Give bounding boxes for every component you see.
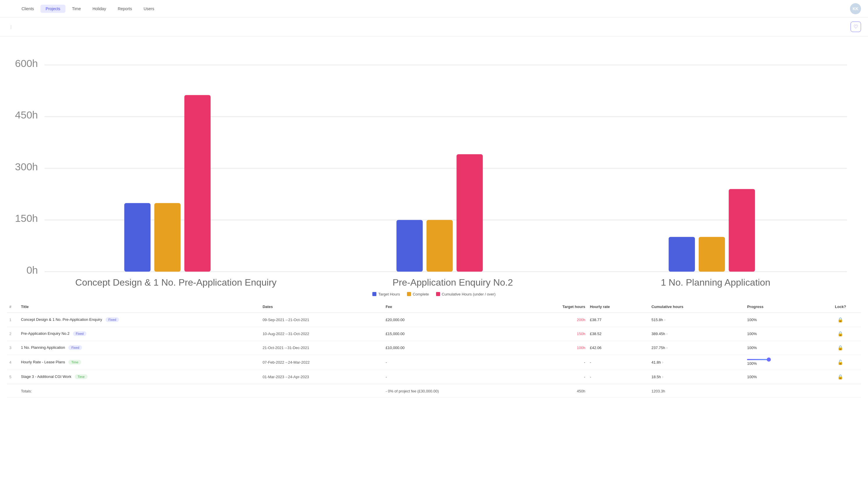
row-badge: Fixed xyxy=(105,317,119,322)
table-row: 3 1 No. Planning Application Fixed 21-Oc… xyxy=(7,341,861,355)
cum-value: 389.45h xyxy=(651,332,665,336)
row-target-hours: - xyxy=(519,355,588,370)
nav-link-time[interactable]: Time xyxy=(67,5,86,13)
subheader: | ♡ xyxy=(0,17,868,36)
th-dates: Dates xyxy=(260,301,383,313)
row-num: 2 xyxy=(7,327,18,341)
table-row: 5 Stage 3 - Additional CGI Work Time 01-… xyxy=(7,370,861,384)
chevron-icon[interactable]: › xyxy=(664,317,666,322)
cum-value: 515.8h xyxy=(651,318,663,322)
lock-closed-icon[interactable]: 🔒 xyxy=(838,374,843,379)
progress-value: 100% xyxy=(747,345,757,350)
legend-label-complete: Complete xyxy=(413,292,429,296)
row-title: Pre-Application Enquiry No.2 Fixed xyxy=(18,327,260,341)
th-progress: Progress xyxy=(745,301,820,313)
favorite-button[interactable]: ♡ xyxy=(851,22,861,32)
row-progress: 100% xyxy=(745,313,820,327)
chart-wrap: 0h 150h 300h 450h 600h Concept Design & … xyxy=(12,44,856,289)
svg-text:Pre-Application Enquiry No.2: Pre-Application Enquiry No.2 xyxy=(392,277,513,288)
row-badge: Time xyxy=(68,360,81,365)
legend-dot-target xyxy=(372,292,376,296)
avatar: KK xyxy=(850,3,861,14)
row-progress: 100% xyxy=(745,341,820,355)
legend-label-cumulative: Cumulative Hours (under / over) xyxy=(442,292,496,296)
row-lock[interactable]: 🔓 xyxy=(820,355,861,370)
legend-cumulative: Cumulative Hours (under / over) xyxy=(436,292,496,296)
nav-links: ClientsProjectsTimeHolidayReportsUsers xyxy=(16,5,846,13)
svg-rect-20 xyxy=(729,189,755,272)
lock-open-icon[interactable]: 🔓 xyxy=(838,360,843,365)
table-row: 1 Concept Design & 1 No. Pre-Application… xyxy=(7,313,861,327)
chevron-icon[interactable]: › xyxy=(662,360,664,365)
row-lock[interactable]: 🔒 xyxy=(820,313,861,327)
legend: Target Hours Complete Cumulative Hours (… xyxy=(12,289,856,301)
chevron-icon[interactable]: › xyxy=(666,331,668,336)
nav-link-clients[interactable]: Clients xyxy=(16,5,39,13)
th-fee: Fee xyxy=(383,301,519,313)
cum-value: 237.75h xyxy=(651,345,665,350)
row-hourly-rate: £38.77 xyxy=(588,313,649,327)
nav-right: KK xyxy=(846,3,861,14)
lock-closed-icon[interactable]: 🔒 xyxy=(838,331,843,336)
row-fee: - xyxy=(383,370,519,384)
svg-rect-14 xyxy=(397,220,423,272)
row-dates: 07-Feb-2022→24-Mar-2022 xyxy=(260,355,383,370)
row-badge: Time xyxy=(75,374,88,379)
svg-text:150h: 150h xyxy=(15,212,38,224)
svg-text:1 No. Planning Application: 1 No. Planning Application xyxy=(661,277,770,288)
th-hourly-rate: Hourly rate xyxy=(588,301,649,313)
row-title: 1 No. Planning Application Fixed xyxy=(18,341,260,355)
progress-value: 100% xyxy=(747,318,757,322)
row-title: Hourly Rate - Lease Plans Time xyxy=(18,355,260,370)
nav-link-reports[interactable]: Reports xyxy=(113,5,137,13)
row-fee: £15,000.00 xyxy=(383,327,519,341)
row-badge: Fixed xyxy=(73,331,87,336)
totals-lock-empty xyxy=(820,384,861,398)
nav-link-users[interactable]: Users xyxy=(138,5,160,13)
th-title: Title xyxy=(18,301,260,313)
progress-value: 100% xyxy=(747,332,757,336)
projects-table: # Title Dates Fee Target hours Hourly ra… xyxy=(7,301,861,398)
table-header-row: # Title Dates Fee Target hours Hourly ra… xyxy=(7,301,861,313)
row-cumulative-hours: 41.8h › xyxy=(649,355,745,370)
svg-rect-10 xyxy=(124,203,150,272)
svg-rect-15 xyxy=(426,220,453,272)
totals-cum-hours: 1203.3h xyxy=(649,384,745,398)
lock-closed-icon[interactable]: 🔒 xyxy=(838,317,843,322)
row-hourly-rate: - xyxy=(588,355,649,370)
breadcrumb-separator: | xyxy=(11,24,12,29)
navbar: ClientsProjectsTimeHolidayReportsUsers K… xyxy=(0,0,868,17)
row-fee: £20,000.00 xyxy=(383,313,519,327)
progress-value: 100% xyxy=(747,361,818,366)
row-lock[interactable]: 🔒 xyxy=(820,341,861,355)
nav-link-projects[interactable]: Projects xyxy=(40,5,66,13)
nav-link-holiday[interactable]: Holiday xyxy=(87,5,111,13)
legend-dot-cumulative xyxy=(436,292,440,296)
chevron-icon[interactable]: › xyxy=(666,345,668,350)
chart-container: 0h 150h 300h 450h 600h Concept Design & … xyxy=(0,36,868,301)
th-target-hours: Target hours xyxy=(519,301,588,313)
row-progress: 100% xyxy=(745,370,820,384)
totals-rate-empty xyxy=(588,384,649,398)
row-lock[interactable]: 🔒 xyxy=(820,370,861,384)
cum-value: 18.5h xyxy=(651,375,661,379)
svg-rect-12 xyxy=(185,95,211,272)
chevron-icon[interactable]: › xyxy=(662,374,664,379)
row-fee: £10,000.00 xyxy=(383,341,519,355)
svg-rect-16 xyxy=(456,154,482,272)
totals-target-hours: 450h xyxy=(519,384,588,398)
lock-closed-icon[interactable]: 🔒 xyxy=(838,345,843,350)
legend-complete: Complete xyxy=(407,292,429,296)
svg-rect-19 xyxy=(699,237,725,272)
row-hourly-rate: £38.52 xyxy=(588,327,649,341)
slider-thumb[interactable] xyxy=(767,357,771,362)
row-lock[interactable]: 🔒 xyxy=(820,327,861,341)
row-progress: 100% xyxy=(745,355,820,370)
progress-value: 100% xyxy=(747,375,757,379)
table-row: 2 Pre-Application Enquiry No.2 Fixed 10-… xyxy=(7,327,861,341)
row-dates: 09-Sep-2021→21-Oct-2021 xyxy=(260,313,383,327)
svg-rect-11 xyxy=(154,203,180,272)
totals-row: Totals: - 0% of project fee (£30,000.00)… xyxy=(7,384,861,398)
svg-text:Concept Design & 1 No. Pre-App: Concept Design & 1 No. Pre-Application E… xyxy=(75,277,277,288)
th-num: # xyxy=(7,301,18,313)
